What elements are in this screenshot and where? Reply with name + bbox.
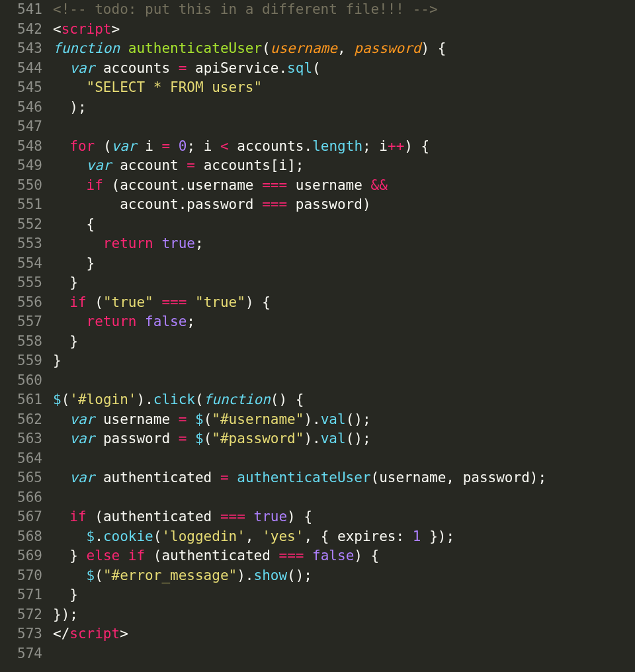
code-token: "true"	[103, 294, 153, 310]
line-number: 573	[5, 624, 42, 644]
code-line[interactable]: var password = $("#password").val();	[53, 429, 635, 449]
code-token: =	[179, 60, 187, 76]
line-number: 543	[5, 39, 42, 59]
code-token: function	[53, 40, 120, 56]
line-number: 572	[5, 605, 42, 625]
code-token	[362, 548, 371, 564]
code-token	[87, 509, 95, 525]
code-token	[254, 528, 263, 544]
code-token: )	[245, 294, 254, 310]
code-line[interactable]: });	[53, 605, 635, 625]
code-token: )	[421, 40, 429, 56]
code-token: (	[153, 548, 162, 564]
code-token: .	[145, 392, 153, 407]
code-line[interactable]: );	[53, 98, 635, 118]
code-token	[404, 528, 413, 544]
code-line[interactable]	[53, 117, 635, 137]
code-line[interactable]: for (var i = 0; i < accounts.length; i++…	[53, 137, 635, 157]
code-line[interactable]: var username = $("#username").val();	[53, 410, 635, 430]
code-token: ,	[446, 470, 454, 485]
code-token: (	[103, 138, 112, 154]
code-token: "#error_message"	[103, 567, 237, 583]
code-token: });	[429, 528, 454, 544]
code-token	[254, 294, 263, 310]
line-number: 542	[5, 20, 42, 40]
code-token: {	[296, 392, 304, 407]
code-token	[87, 294, 95, 310]
code-line[interactable]: $('#login').click(function() {	[53, 390, 635, 410]
code-token	[329, 528, 337, 544]
code-line[interactable]	[53, 488, 635, 508]
code-token	[195, 138, 204, 154]
code-token: (	[62, 392, 70, 407]
code-token: {	[321, 528, 329, 544]
code-token: username	[187, 177, 253, 193]
code-line[interactable]: "SELECT * FROM users"	[53, 78, 635, 98]
code-token	[170, 138, 179, 154]
code-token: )	[304, 411, 312, 427]
code-token	[136, 314, 145, 329]
code-line[interactable]: return false;	[53, 312, 635, 332]
line-number: 554	[5, 254, 42, 274]
code-line[interactable]: function authenticateUser(username, pass…	[53, 39, 635, 59]
code-editor[interactable]: 5415425435445455465475485495505515525535…	[0, 0, 635, 672]
code-token	[253, 196, 262, 212]
line-number: 544	[5, 59, 42, 79]
code-line[interactable]: var accounts = apiService.sql(	[53, 59, 635, 79]
code-line[interactable]: var account = accounts[i];	[53, 156, 635, 176]
line-number: 569	[5, 546, 42, 566]
code-token: &&	[371, 177, 388, 193]
code-line[interactable]: }	[53, 585, 635, 605]
code-token: true	[161, 235, 195, 251]
code-token: return	[87, 314, 137, 329]
code-line[interactable]: return true;	[53, 234, 635, 254]
code-line[interactable]: var authenticated = authenticateUser(use…	[53, 468, 635, 488]
code-line[interactable]: $.cookie('loggedin', 'yes', { expires: 1…	[53, 527, 635, 547]
code-line[interactable]	[53, 371, 635, 391]
code-token: username	[271, 40, 337, 56]
code-line[interactable]: }	[53, 351, 635, 371]
code-token	[53, 79, 87, 95]
code-line[interactable]: } else if (authenticated === false) {	[53, 546, 635, 566]
line-number: 553	[5, 234, 42, 254]
code-token: :	[396, 528, 405, 544]
code-token: $	[195, 431, 204, 446]
code-line[interactable]	[53, 644, 635, 664]
code-token	[53, 587, 69, 603]
code-token: (	[153, 528, 162, 544]
code-token	[413, 138, 421, 154]
code-token: return	[103, 235, 153, 251]
code-line[interactable]: {	[53, 215, 635, 235]
code-token: ===	[161, 294, 187, 310]
code-token	[153, 235, 162, 251]
code-token	[170, 431, 179, 446]
code-token: password	[463, 470, 530, 485]
code-token	[304, 548, 312, 564]
code-line[interactable]: </script>	[53, 624, 635, 644]
code-line[interactable]: account.password === password)	[53, 195, 635, 215]
code-token: val	[321, 411, 346, 427]
code-line[interactable]: }	[53, 332, 635, 352]
code-token	[287, 392, 296, 407]
code-line[interactable]: if (account.username === username &&	[53, 176, 635, 196]
code-token	[271, 548, 279, 564]
code-token: .	[312, 431, 321, 446]
code-token: apiService	[195, 60, 278, 76]
code-line[interactable]: }	[53, 254, 635, 274]
code-line[interactable]: if ("true" === "true") {	[53, 293, 635, 313]
code-token: ();	[346, 431, 371, 446]
code-area[interactable]: <!-- todo: put this in a different file!…	[52, 0, 635, 672]
code-token: var	[69, 411, 95, 427]
code-token: cookie	[103, 528, 153, 544]
code-line[interactable]: <!-- todo: put this in a different file!…	[53, 0, 635, 20]
code-token: ;	[187, 138, 195, 154]
code-line[interactable]	[53, 449, 635, 469]
code-token	[53, 138, 69, 154]
code-token: true	[254, 509, 288, 525]
code-line[interactable]: $("#error_message").show();	[53, 566, 635, 586]
code-token	[53, 431, 69, 446]
code-token: $	[195, 411, 204, 427]
code-line[interactable]: if (authenticated === true) {	[53, 507, 635, 527]
code-line[interactable]: <script>	[53, 20, 635, 40]
code-line[interactable]: }	[53, 273, 635, 293]
